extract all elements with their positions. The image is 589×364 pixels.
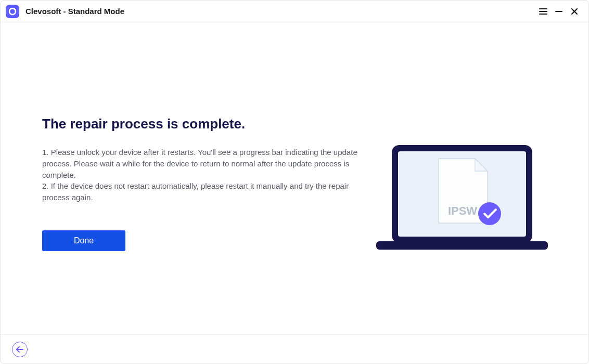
instruction-line-1: 1. Please unlock your device after it re… (42, 147, 360, 180)
page-heading: The repair process is complete. (42, 116, 360, 132)
instructions-text: 1. Please unlock your device after it re… (42, 147, 360, 203)
instruction-line-2: 2. If the device does not restart automa… (42, 180, 360, 203)
laptop-illustration: IPSW (376, 145, 548, 256)
title-bar: Clevosoft - Standard Mode (1, 1, 588, 22)
svg-point-11 (478, 202, 501, 225)
check-badge-icon (478, 202, 501, 225)
app-logo-icon (6, 5, 19, 18)
app-title: Clevosoft - Standard Mode (25, 7, 124, 16)
menu-button[interactable] (535, 4, 551, 19)
minimize-button[interactable] (551, 4, 567, 19)
back-button[interactable] (12, 342, 28, 357)
file-label: IPSW (448, 204, 477, 217)
done-button[interactable]: Done (42, 230, 125, 251)
main-content: The repair process is complete. 1. Pleas… (1, 22, 588, 334)
footer-bar (1, 334, 588, 363)
close-button[interactable] (567, 4, 582, 19)
